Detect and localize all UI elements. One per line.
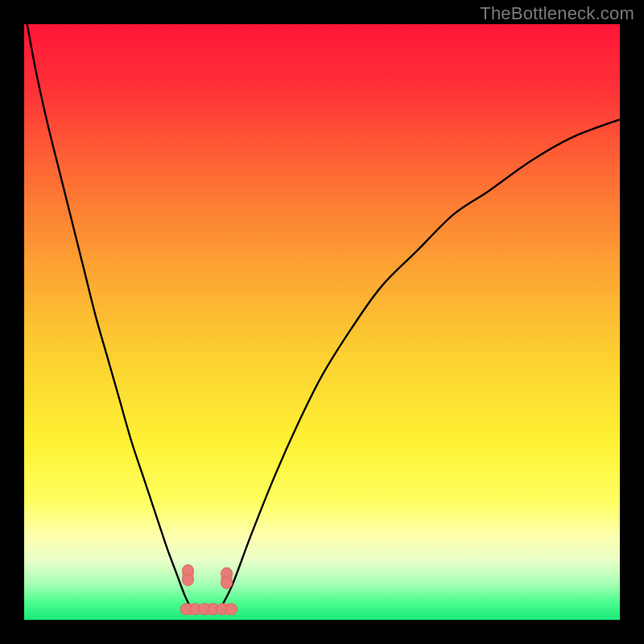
markers-layer <box>24 24 620 620</box>
marker-left-pair <box>183 565 194 586</box>
svg-point-6 <box>221 577 233 588</box>
svg-point-15 <box>226 604 237 615</box>
chart-frame: TheBottleneck.com <box>0 0 644 644</box>
svg-point-3 <box>183 575 194 586</box>
marker-bottom-right <box>217 604 237 615</box>
watermark-text: TheBottleneck.com <box>480 3 634 24</box>
plot-area <box>24 24 620 620</box>
marker-right-pair <box>221 568 233 588</box>
